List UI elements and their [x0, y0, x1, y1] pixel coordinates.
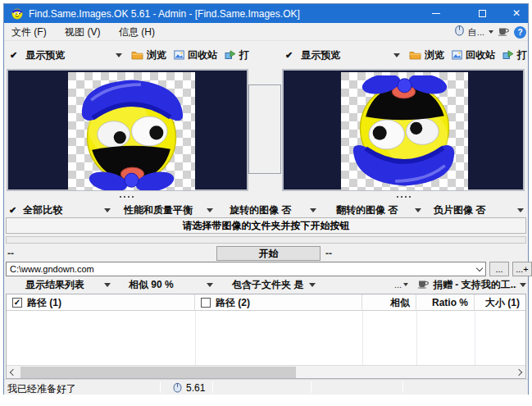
donate-dropdown[interactable]: 捐赠 - 支持我的工...	[417, 278, 527, 291]
open-icon	[225, 50, 236, 60]
right-open-label: 打	[517, 48, 527, 62]
performance-quality-label: 性能和质量平衡	[124, 203, 193, 217]
column-divider	[195, 311, 196, 366]
status-divider	[311, 381, 311, 393]
left-image-artwork	[68, 72, 195, 190]
results-table: ✓ 路径 (1) 路径 (2) 相似 Ratio % 大小 (1)	[6, 294, 526, 379]
status-version: 5.61	[186, 382, 205, 394]
coffee-cup-icon[interactable]	[498, 25, 510, 39]
menu-file[interactable]: 文件 (F)	[4, 23, 54, 41]
smiley-image-rotated	[341, 72, 468, 194]
chevron-down-icon	[415, 208, 421, 212]
right-preview-toggle-dropdown[interactable]: ✔ 显示预览	[282, 48, 402, 62]
app-window: Find.Same.Images.OK 5.61 - Admin - [Find…	[3, 3, 529, 395]
column-path1[interactable]: ✓ 路径 (1)	[7, 294, 195, 311]
column-path2[interactable]: 路径 (2)	[195, 294, 362, 311]
right-open-button[interactable]: 打	[502, 48, 527, 62]
more-options-dropdown[interactable]: ...	[394, 278, 408, 291]
subfolders-label: 包含子文件夹 是	[232, 278, 303, 292]
start-button[interactable]: 开始	[216, 246, 321, 261]
page: Find.Same.Images.OK 5.61 - Admin - [Find…	[0, 0, 532, 406]
column-size-label: 大小 (1)	[485, 296, 520, 310]
scroll-left-arrow[interactable]	[7, 366, 20, 379]
scroll-right-arrow[interactable]	[512, 366, 525, 379]
help-icon[interactable]: ?	[514, 26, 526, 39]
column-divider	[475, 311, 475, 366]
picture-icon	[174, 50, 184, 60]
results-table-header: ✓ 路径 (1) 路径 (2) 相似 Ratio % 大小 (1)	[7, 294, 525, 311]
auto-dropdown[interactable]: 自...	[468, 26, 484, 39]
titlebar[interactable]: Find.Same.Images.OK 5.61 - Admin - [Find…	[4, 4, 528, 23]
add-folder-button[interactable]: ...+	[512, 262, 532, 276]
negative-images-label: 负片图像 否	[434, 203, 485, 217]
menu-info[interactable]: 信息 (H)	[111, 23, 162, 41]
left-preview-toggle-dropdown[interactable]: ✔ 显示预览	[7, 48, 124, 62]
flipped-images-dropdown[interactable]: 翻转的图像 否	[330, 203, 424, 217]
chevron-down-icon[interactable]	[489, 30, 493, 34]
menubar-right-cluster: 自... ?	[455, 23, 526, 41]
left-recycle-button[interactable]: 回收站	[174, 48, 217, 62]
folder-icon	[131, 50, 143, 60]
compare-all-dropdown[interactable]: ✔ 全部比较	[6, 203, 113, 217]
left-image-preview	[7, 69, 248, 191]
right-image-artwork	[341, 72, 468, 190]
flipped-images-label: 翻转的图像 否	[336, 203, 398, 217]
column-divider	[416, 311, 417, 366]
similarity-label: 相似 90 %	[129, 278, 174, 292]
chevron-down-icon	[207, 208, 213, 212]
menu-view[interactable]: 视图 (V)	[57, 23, 107, 41]
check-icon: ✔	[9, 205, 16, 216]
close-button[interactable]: ✕	[505, 4, 528, 23]
folder-path-input[interactable]: C:\www.gndown.com	[6, 262, 486, 276]
negative-images-dropdown[interactable]: 负片图像 否	[429, 203, 526, 217]
results-table-body	[7, 311, 525, 366]
left-open-label: 打	[239, 48, 249, 62]
right-status-value: --	[325, 248, 332, 259]
chevron-down-icon	[393, 53, 400, 57]
path2-checkbox[interactable]	[201, 298, 211, 308]
left-panel-toolbar: ✔ 显示预览 浏览 回收站 打	[7, 45, 249, 65]
result-list-dropdown[interactable]: 显示结果列表	[6, 278, 113, 291]
right-image-preview	[282, 69, 525, 191]
left-browse-button[interactable]: 浏览	[131, 48, 166, 62]
mouse-icon	[455, 25, 464, 39]
scrollbar-thumb[interactable]	[20, 367, 296, 378]
chevron-down-icon	[104, 283, 111, 287]
subfolders-dropdown[interactable]: 包含子文件夹 是	[224, 278, 318, 291]
right-panel-toolbar: ✔ 显示预览 浏览 回收站 打	[282, 45, 527, 65]
folder-path-value: C:\www.gndown.com	[10, 264, 94, 274]
column-size[interactable]: 大小 (1)	[475, 294, 525, 311]
browse-folder-button[interactable]: ...	[489, 262, 509, 276]
right-recycle-label: 回收站	[466, 48, 495, 62]
compare-all-label: 全部比较	[23, 203, 62, 217]
result-list-label: 显示结果列表	[25, 278, 84, 292]
path1-checkbox[interactable]: ✓	[12, 298, 22, 308]
column-similar-label: 相似	[390, 296, 410, 310]
right-browse-button[interactable]: 浏览	[409, 48, 444, 62]
open-icon	[502, 50, 514, 60]
performance-quality-dropdown[interactable]: 性能和质量平衡	[119, 203, 216, 217]
chevron-down-icon	[520, 283, 526, 287]
similarity-dropdown[interactable]: 相似 90 %	[119, 278, 216, 291]
left-open-button[interactable]: 打	[225, 48, 249, 62]
column-ratio-label: Ratio %	[432, 297, 468, 308]
chevron-down-icon	[403, 283, 408, 286]
mouse-icon	[173, 382, 182, 395]
column-similar[interactable]: 相似	[362, 294, 416, 311]
app-icon	[11, 7, 24, 23]
column-ratio[interactable]: Ratio %	[416, 294, 475, 311]
chevron-down-icon[interactable]	[476, 264, 483, 271]
maximize-button[interactable]	[468, 4, 497, 23]
left-preview-toggle-label: 显示预览	[25, 48, 65, 62]
status-divider	[160, 381, 161, 393]
preview-splitter[interactable]	[248, 84, 281, 174]
picture-icon	[452, 50, 462, 60]
horizontal-scrollbar[interactable]	[7, 365, 525, 378]
rotated-images-dropdown[interactable]: 旋转的图像 否	[224, 203, 319, 217]
right-recycle-button[interactable]: 回收站	[452, 48, 495, 62]
minimize-button[interactable]	[421, 4, 450, 23]
right-resize-grip[interactable]	[397, 196, 411, 198]
window-title: Find.Same.Images.OK 5.61 - Admin - [Find…	[29, 8, 300, 20]
left-resize-grip[interactable]	[120, 196, 134, 198]
chevron-down-icon	[310, 208, 316, 212]
